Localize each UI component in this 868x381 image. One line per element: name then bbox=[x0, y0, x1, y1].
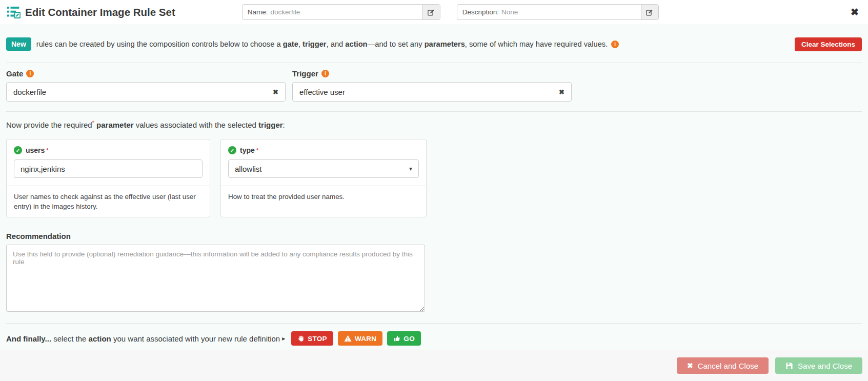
divider bbox=[6, 63, 862, 63]
action-text: And finally... select the action you wan… bbox=[6, 334, 280, 343]
description-field-text: Description: None bbox=[457, 5, 641, 19]
warn-action-button[interactable]: WARN bbox=[338, 331, 382, 346]
pointer-right-icon: ▸ bbox=[282, 335, 285, 342]
rule-set-edit-icon bbox=[7, 6, 21, 19]
x-icon: ✖ bbox=[687, 362, 693, 370]
stop-action-button[interactable]: STOP bbox=[291, 331, 333, 346]
type-param-description: How to treat the provided user names. bbox=[221, 186, 426, 217]
recommendation-textarea[interactable] bbox=[6, 245, 425, 312]
name-field-label: Name: bbox=[248, 8, 268, 16]
gate-label-row: Gate i bbox=[6, 69, 286, 78]
params-seg: values associated with the selected bbox=[134, 121, 258, 129]
save-and-close-button[interactable]: Save and Close bbox=[775, 357, 862, 374]
pencil-square-icon bbox=[428, 9, 435, 16]
name-field-value: dockerfile bbox=[271, 8, 300, 16]
action-selection-row: And finally... select the action you wan… bbox=[6, 331, 862, 346]
go-action-button[interactable]: GO bbox=[387, 331, 421, 346]
clear-gate-icon[interactable]: ✖ bbox=[273, 88, 278, 96]
type-select[interactable]: allowlist ▾ bbox=[228, 159, 419, 178]
edit-rule-set-dialog: Edit Container Image Rule Set Name: dock… bbox=[0, 0, 868, 381]
gate-select[interactable]: dockerfile ✖ bbox=[6, 82, 286, 102]
save-floppy-icon bbox=[785, 362, 793, 370]
info-icon[interactable]: i bbox=[611, 41, 619, 48]
save-button-label: Save and Close bbox=[798, 362, 852, 370]
warn-button-label: WARN bbox=[355, 335, 376, 343]
type-label-row: ✓ type * bbox=[228, 146, 419, 154]
pencil-square-icon bbox=[646, 9, 653, 16]
intro-seg: rules can be created by using the compos… bbox=[36, 40, 283, 48]
params-seg: Now provide the required bbox=[6, 121, 92, 129]
check-circle-icon: ✓ bbox=[228, 146, 236, 154]
warning-triangle-icon bbox=[344, 335, 352, 342]
intro-seg: , some of which may have required values… bbox=[465, 40, 608, 48]
and-finally-text: And finally... bbox=[6, 334, 51, 343]
action-seg: select the bbox=[51, 334, 89, 343]
required-asterisk: * bbox=[46, 147, 48, 153]
hand-stop-icon bbox=[297, 335, 305, 342]
trigger-word: trigger bbox=[258, 121, 283, 129]
check-circle-icon: ✓ bbox=[14, 146, 22, 154]
intro-trigger-word: trigger bbox=[302, 40, 327, 48]
parameters-intro-text: Now provide the required* parameter valu… bbox=[6, 119, 862, 129]
trigger-select[interactable]: effective user ✖ bbox=[292, 82, 572, 102]
trigger-column: Trigger i effective user ✖ bbox=[292, 69, 572, 102]
action-word: action bbox=[89, 334, 111, 343]
gate-column: Gate i dockerfile ✖ bbox=[6, 69, 286, 102]
trigger-label-row: Trigger i bbox=[292, 69, 572, 78]
clear-selections-button[interactable]: Clear Selections bbox=[795, 37, 862, 51]
page-title: Edit Container Image Rule Set bbox=[25, 6, 175, 18]
gate-value: dockerfile bbox=[13, 88, 273, 96]
intro-seg: —and to set any bbox=[368, 40, 425, 48]
divider bbox=[6, 111, 862, 112]
description-field-label: Description: bbox=[462, 8, 499, 16]
required-asterisk: * bbox=[256, 147, 258, 153]
intro-row: New rules can be created by using the co… bbox=[6, 37, 862, 51]
intro-action-word: action bbox=[345, 40, 367, 48]
action-seg: you want associated with your new rule d… bbox=[111, 334, 280, 343]
parameter-word: parameter bbox=[96, 121, 134, 129]
intro-seg: , and bbox=[327, 40, 346, 48]
dialog-header: Edit Container Image Rule Set Name: dock… bbox=[0, 0, 868, 24]
stop-button-label: STOP bbox=[308, 335, 327, 343]
recommendation-label: Recommendation bbox=[6, 232, 862, 240]
description-field-value: None bbox=[501, 8, 518, 16]
users-param-name: users bbox=[26, 146, 45, 154]
params-seg: : bbox=[283, 121, 285, 129]
edit-description-button[interactable] bbox=[641, 5, 658, 19]
dialog-body: New rules can be created by using the co… bbox=[0, 24, 868, 350]
chevron-down-icon: ▾ bbox=[409, 165, 412, 172]
name-field-text: Name: dockerfile bbox=[243, 5, 422, 19]
cancel-button-label: Cancel and Close bbox=[698, 362, 758, 370]
clear-trigger-icon[interactable]: ✖ bbox=[559, 88, 564, 96]
intro-gate-word: gate bbox=[283, 40, 298, 48]
thumbs-up-icon bbox=[393, 335, 400, 342]
rule-set-name-field[interactable]: Name: dockerfile bbox=[242, 4, 440, 20]
info-icon[interactable]: i bbox=[26, 70, 34, 77]
users-param-description: User names to check against as the effec… bbox=[7, 186, 210, 217]
trigger-value: effective user bbox=[299, 88, 559, 96]
users-label-row: ✓ users * bbox=[14, 146, 203, 154]
trigger-label: Trigger bbox=[292, 69, 318, 78]
edit-name-button[interactable] bbox=[422, 5, 440, 19]
type-param-name: type bbox=[240, 146, 255, 154]
intro-parameters-word: parameters bbox=[425, 40, 465, 48]
type-select-value: allowlist bbox=[235, 165, 409, 173]
info-icon[interactable]: i bbox=[321, 70, 329, 77]
intro-seg: , bbox=[298, 40, 302, 48]
parameter-cards-row: ✓ users * User names to check against as… bbox=[6, 139, 862, 217]
rule-set-description-field[interactable]: Description: None bbox=[457, 4, 659, 20]
gate-trigger-row: Gate i dockerfile ✖ Trigger i effective … bbox=[6, 69, 862, 102]
parameter-card-users: ✓ users * User names to check against as… bbox=[6, 139, 210, 217]
gate-label: Gate bbox=[6, 69, 23, 78]
divider bbox=[6, 323, 862, 324]
dialog-footer: ✖ Cancel and Close Save and Close bbox=[0, 350, 868, 381]
type-card-top: ✓ type * allowlist ▾ bbox=[221, 139, 426, 186]
close-icon[interactable]: ✖ bbox=[851, 7, 859, 17]
users-card-top: ✓ users * bbox=[7, 139, 210, 186]
intro-text: rules can be created by using the compos… bbox=[36, 40, 608, 48]
parameter-card-type: ✓ type * allowlist ▾ How to treat the pr… bbox=[220, 139, 427, 217]
users-input[interactable] bbox=[14, 159, 203, 178]
go-button-label: GO bbox=[403, 335, 415, 343]
cancel-and-close-button[interactable]: ✖ Cancel and Close bbox=[677, 357, 769, 374]
new-badge: New bbox=[6, 37, 31, 51]
